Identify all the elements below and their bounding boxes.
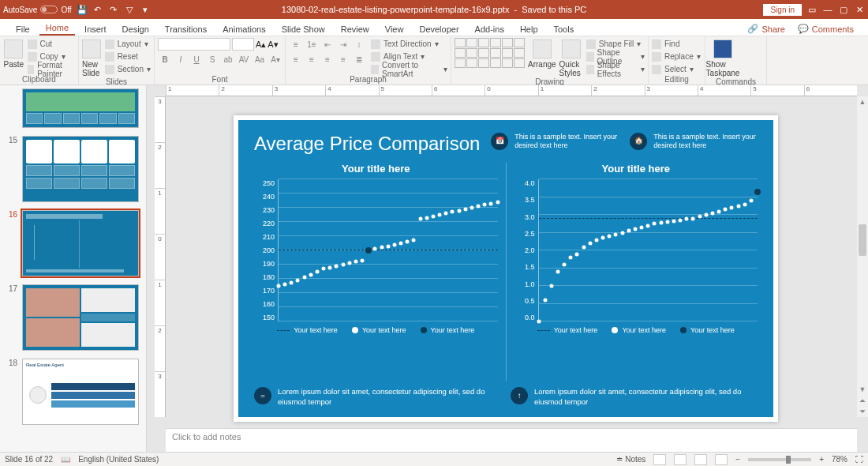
format-painter-button[interactable]: Format Painter bbox=[28, 63, 75, 75]
underline-button[interactable]: U bbox=[189, 53, 204, 66]
slide-sorter-view-button[interactable] bbox=[674, 454, 687, 465]
zoom-in-button[interactable]: + bbox=[819, 455, 824, 464]
language-button[interactable]: English (United States) bbox=[78, 455, 159, 464]
show-taskpane-button[interactable]: Show Taskpane bbox=[709, 38, 737, 77]
caption-right[interactable]: ↑ Lorem ipsum dolor sit amet, consectetu… bbox=[511, 387, 758, 408]
arrange-button[interactable]: Arrange bbox=[528, 38, 556, 69]
find-button[interactable]: Find bbox=[652, 38, 701, 50]
paste-button[interactable]: Paste bbox=[3, 38, 24, 69]
thumb-row[interactable]: 17 bbox=[5, 284, 144, 351]
slide-thumbnail-active[interactable] bbox=[22, 210, 139, 276]
slide-thumbnail[interactable] bbox=[22, 136, 139, 202]
shapes-gallery[interactable] bbox=[455, 38, 525, 68]
increase-indent-button[interactable]: ⇥ bbox=[336, 38, 350, 51]
slide-thumbnail[interactable] bbox=[22, 284, 139, 351]
slide-thumbnail[interactable] bbox=[22, 88, 139, 128]
prev-slide-icon[interactable]: ⏶ bbox=[857, 395, 868, 406]
slide-thumbnail-pane[interactable]: 15 16 bbox=[0, 85, 147, 452]
tab-design[interactable]: Design bbox=[116, 23, 155, 36]
tab-file[interactable]: File bbox=[9, 23, 36, 36]
line-spacing-button[interactable]: ↕ bbox=[352, 38, 366, 51]
start-from-beginning-icon[interactable]: ▽ bbox=[124, 4, 135, 15]
spellcheck-icon[interactable]: 📖 bbox=[61, 455, 70, 464]
slideshow-view-button[interactable] bbox=[715, 454, 728, 465]
tab-insert[interactable]: Insert bbox=[78, 23, 113, 36]
quick-styles-button[interactable]: Quick Styles bbox=[559, 38, 583, 77]
section-button[interactable]: Section ▾ bbox=[105, 63, 151, 75]
thumb-row[interactable]: 15 bbox=[5, 136, 144, 202]
ribbon-display-options-icon[interactable]: ▭ bbox=[806, 4, 817, 15]
reset-button[interactable]: Reset bbox=[105, 51, 151, 62]
tab-view[interactable]: View bbox=[379, 23, 410, 36]
numbering-button[interactable]: 1≡ bbox=[305, 38, 319, 51]
fit-to-window-button[interactable]: ⛶ bbox=[855, 455, 863, 464]
cut-button[interactable]: Cut bbox=[28, 38, 75, 50]
minimize-icon[interactable]: — bbox=[822, 4, 833, 15]
tab-transitions[interactable]: Transitions bbox=[159, 23, 213, 36]
tab-developer[interactable]: Developer bbox=[413, 23, 465, 36]
scroll-thumb[interactable] bbox=[859, 224, 866, 256]
note-block-2[interactable]: 🏠 This is a sample text. Insert your des… bbox=[630, 133, 758, 151]
zoom-slider[interactable] bbox=[748, 458, 811, 461]
normal-view-button[interactable] bbox=[653, 454, 666, 465]
reading-view-button[interactable] bbox=[694, 454, 707, 465]
tab-help[interactable]: Help bbox=[514, 23, 544, 36]
thumb-row[interactable] bbox=[5, 88, 144, 128]
slide-title[interactable]: Average Price Comparison bbox=[254, 133, 480, 155]
smartart-button[interactable]: Convert to SmartArt ▾ bbox=[371, 63, 447, 75]
sign-in-button[interactable]: Sign in bbox=[763, 4, 802, 16]
tab-add-ins[interactable]: Add-ins bbox=[469, 23, 511, 36]
shape-effects-button[interactable]: Shape Effects ▾ bbox=[586, 63, 645, 75]
notes-pane[interactable]: Click to add notes bbox=[166, 428, 857, 452]
strikethrough-button[interactable]: S bbox=[205, 53, 219, 66]
align-right-button[interactable]: ≡ bbox=[320, 53, 335, 66]
increase-font-icon[interactable]: A▴ bbox=[256, 39, 266, 50]
tab-review[interactable]: Review bbox=[335, 23, 376, 36]
next-slide-icon[interactable]: ⏷ bbox=[857, 406, 868, 417]
maximize-icon[interactable]: ▢ bbox=[838, 4, 849, 15]
comments-button[interactable]: 💬 Comments bbox=[793, 22, 859, 36]
notes-button[interactable]: ≐ Notes bbox=[616, 455, 645, 464]
redo-icon[interactable]: ↷ bbox=[108, 4, 119, 15]
vertical-scrollbar[interactable]: ▲ ▼ ⏶ ⏷ bbox=[857, 96, 868, 417]
decrease-font-icon[interactable]: A▾ bbox=[268, 39, 278, 50]
font-name-input[interactable] bbox=[158, 38, 230, 51]
slide[interactable]: Average Price Comparison 📅 This is a sam… bbox=[234, 115, 778, 422]
close-icon[interactable]: ✕ bbox=[854, 4, 865, 15]
note-block-1[interactable]: 📅 This is a sample text. Insert your des… bbox=[491, 133, 619, 151]
zoom-percent[interactable]: 78% bbox=[832, 455, 847, 464]
align-left-button[interactable]: ≡ bbox=[289, 53, 303, 66]
caption-left[interactable]: = Lorem ipsum dolor sit amet, consectetu… bbox=[254, 387, 501, 408]
bold-button[interactable]: B bbox=[158, 53, 172, 66]
slide-thumbnail[interactable]: Real Estate Agent bbox=[22, 359, 139, 425]
tab-animations[interactable]: Animations bbox=[216, 23, 271, 36]
save-icon[interactable]: 💾 bbox=[77, 4, 88, 15]
replace-button[interactable]: Replace ▾ bbox=[652, 51, 701, 62]
autosave-toggle[interactable]: AutoSave Off bbox=[3, 6, 72, 14]
new-slide-button[interactable]: New Slide bbox=[82, 38, 102, 77]
font-color-button[interactable]: A▾ bbox=[268, 53, 282, 66]
chart-right[interactable]: Your title here 4.03.53.02.52.01.51.00.5… bbox=[514, 163, 758, 381]
tab-home[interactable]: Home bbox=[39, 21, 75, 36]
scroll-down-icon[interactable]: ▼ bbox=[857, 384, 868, 395]
tab-slide-show[interactable]: Slide Show bbox=[275, 23, 331, 36]
undo-icon[interactable]: ↶ bbox=[92, 4, 103, 15]
layout-button[interactable]: Layout ▾ bbox=[105, 38, 151, 50]
columns-button[interactable]: ≣ bbox=[352, 53, 366, 66]
bullets-button[interactable]: ≡ bbox=[289, 38, 303, 51]
decrease-indent-button[interactable]: ⇤ bbox=[320, 38, 335, 51]
tab-tools[interactable]: Tools bbox=[548, 23, 581, 36]
share-button[interactable]: 🔗 Share bbox=[743, 22, 789, 36]
change-case-button[interactable]: Aa bbox=[253, 53, 267, 66]
thumb-row[interactable]: 16 bbox=[5, 210, 144, 276]
align-center-button[interactable]: ≡ bbox=[305, 53, 319, 66]
autosave-pill[interactable] bbox=[40, 6, 58, 13]
italic-button[interactable]: I bbox=[174, 53, 188, 66]
font-size-input[interactable] bbox=[232, 38, 254, 51]
select-button[interactable]: Select ▾ bbox=[652, 63, 701, 75]
zoom-out-button[interactable]: − bbox=[735, 455, 740, 464]
justify-button[interactable]: ≡ bbox=[336, 53, 350, 66]
shadow-button[interactable]: ab bbox=[221, 53, 235, 66]
char-spacing-button[interactable]: AV bbox=[237, 53, 251, 66]
thumb-row[interactable]: 18 Real Estate Agent bbox=[5, 359, 144, 425]
